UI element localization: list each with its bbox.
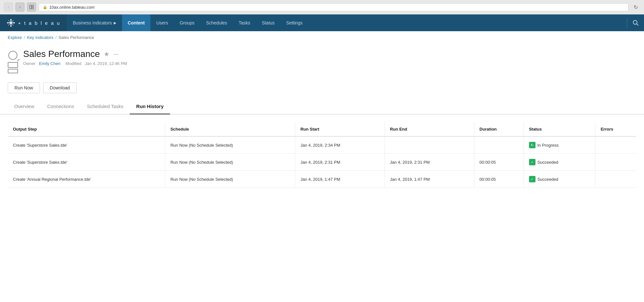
table-row: Create 'Annual Regional Performance.tde'… bbox=[8, 171, 636, 188]
svg-point-9 bbox=[10, 25, 12, 27]
browser-chrome: ‹ › 🔒 10ax.online.tableau.com ↻ bbox=[0, 0, 644, 14]
owner-name[interactable]: Emily Chen bbox=[39, 61, 60, 66]
svg-rect-2 bbox=[32, 7, 33, 9]
breadcrumb-sep-1: / bbox=[24, 35, 25, 40]
nav-item-schedules[interactable]: Schedules bbox=[200, 14, 233, 31]
tab-overview[interactable]: Overview bbox=[8, 100, 41, 114]
cell-errors bbox=[595, 136, 636, 154]
cell-output-step: Create 'Annual Regional Performance.tde' bbox=[8, 171, 165, 188]
svg-point-7 bbox=[10, 22, 12, 24]
download-button[interactable]: Download bbox=[43, 82, 77, 93]
table-header-row: Output Step Schedule Run Start Run End D… bbox=[8, 122, 636, 136]
status-badge: ↻ In Progress bbox=[529, 142, 590, 148]
cell-status: ↻ In Progress bbox=[524, 136, 595, 154]
svg-rect-0 bbox=[30, 5, 31, 9]
datasource-doc-2 bbox=[8, 69, 18, 73]
breadcrumb: Explore / Key Indicators / Sales Perform… bbox=[0, 31, 644, 44]
cell-errors bbox=[595, 171, 636, 188]
cell-status: ✓ Succeeded bbox=[524, 171, 595, 188]
more-options-icon[interactable]: ⋯ bbox=[113, 51, 119, 57]
tab-bar: Overview Connections Scheduled Tasks Run… bbox=[0, 100, 644, 114]
status-badge: ✓ Succeeded bbox=[529, 159, 590, 165]
datasource-search-circle bbox=[8, 51, 17, 60]
nav-item-groups[interactable]: Groups bbox=[174, 14, 200, 31]
datasource-icon bbox=[8, 51, 18, 73]
col-run-end: Run End bbox=[385, 122, 474, 136]
page-meta: Owner Emily Chen Modified Jan 4, 2019, 1… bbox=[23, 61, 636, 66]
run-history-section: Output Step Schedule Run Start Run End D… bbox=[0, 122, 644, 188]
status-icon-in-progress: ↻ bbox=[529, 142, 535, 148]
table-row: Create 'Superstore Sales.tde' Run Now (N… bbox=[8, 136, 636, 154]
cell-run-start: Jan 4, 2019, 1:47 PM bbox=[295, 171, 384, 188]
tab-scheduled-tasks[interactable]: Scheduled Tasks bbox=[80, 100, 130, 114]
logo-text: + t a b l e a u bbox=[18, 20, 61, 26]
nav-item-content[interactable]: Content bbox=[122, 14, 151, 31]
table-row: Create 'Superstore Sales.tde' Run Now (N… bbox=[8, 154, 636, 171]
cell-duration: 00:00:05 bbox=[474, 171, 524, 188]
status-icon-succeeded: ✓ bbox=[529, 159, 535, 165]
cell-output-step: Create 'Superstore Sales.tde' bbox=[8, 154, 165, 171]
cell-run-start: Jan 4, 2019, 2:31 PM bbox=[295, 154, 384, 171]
tab-connections[interactable]: Connections bbox=[41, 100, 80, 114]
search-button[interactable] bbox=[627, 14, 644, 31]
col-output-step: Output Step bbox=[8, 122, 165, 136]
status-badge: ✓ Succeeded bbox=[529, 176, 590, 182]
page-header: Sales Performance ★ ⋯ Owner Emily Chen M… bbox=[0, 44, 644, 80]
cell-schedule: Run Now (No Schedule Selected) bbox=[165, 154, 295, 171]
breadcrumb-current: Sales Performance bbox=[59, 35, 94, 40]
col-run-start: Run Start bbox=[295, 122, 384, 136]
svg-point-11 bbox=[14, 22, 15, 23]
modified-label: Modified bbox=[66, 61, 81, 66]
breadcrumb-key-indicators[interactable]: Key Indicators bbox=[27, 35, 53, 40]
cell-schedule: Run Now (No Schedule Selected) bbox=[165, 136, 295, 154]
cell-run-start: Jan 4, 2019, 2:34 PM bbox=[295, 136, 384, 154]
url-text: 10ax.online.tableau.com bbox=[49, 5, 95, 10]
back-button[interactable]: ‹ bbox=[4, 3, 13, 12]
nav-item-tasks[interactable]: Tasks bbox=[233, 14, 256, 31]
cell-errors bbox=[595, 154, 636, 171]
nav-item-status[interactable]: Status bbox=[256, 14, 280, 31]
svg-line-13 bbox=[637, 24, 638, 25]
reload-button[interactable]: ↻ bbox=[631, 3, 640, 12]
status-icon-succeeded: ✓ bbox=[529, 176, 535, 182]
cell-run-end bbox=[385, 136, 474, 154]
cell-duration bbox=[474, 136, 524, 154]
run-now-button[interactable]: Run Now bbox=[8, 82, 40, 93]
layout-button[interactable] bbox=[27, 3, 36, 12]
cell-duration: 00:00:05 bbox=[474, 154, 524, 171]
forward-button[interactable]: › bbox=[15, 3, 24, 12]
col-status: Status bbox=[524, 122, 595, 136]
nav-item-users[interactable]: Users bbox=[150, 14, 174, 31]
favorite-star-icon[interactable]: ★ bbox=[104, 50, 109, 58]
nav-item-business-indicators[interactable]: Business Indicators ▶ bbox=[67, 14, 122, 31]
cell-schedule: Run Now (No Schedule Selected) bbox=[165, 171, 295, 188]
page-title-section: Sales Performance ★ ⋯ Owner Emily Chen M… bbox=[23, 49, 636, 66]
status-text: Succeeded bbox=[537, 160, 558, 165]
dropdown-icon: ▶ bbox=[114, 21, 116, 25]
breadcrumb-sep-2: / bbox=[55, 35, 57, 40]
cell-status: ✓ Succeeded bbox=[524, 154, 595, 171]
col-schedule: Schedule bbox=[165, 122, 295, 136]
tableau-logo[interactable]: + t a b l e a u bbox=[0, 14, 67, 31]
action-buttons: Run Now Download bbox=[0, 80, 644, 100]
status-text: In Progress bbox=[537, 143, 559, 148]
owner-label: Owner bbox=[23, 61, 35, 66]
run-history-table: Output Step Schedule Run Start Run End D… bbox=[8, 122, 636, 188]
cell-run-end: Jan 4, 2019, 2:31 PM bbox=[385, 154, 474, 171]
nav-item-settings[interactable]: Settings bbox=[280, 14, 308, 31]
modified-date: Jan 4, 2019, 12:46 PM bbox=[85, 61, 127, 66]
cell-output-step: Create 'Superstore Sales.tde' bbox=[8, 136, 165, 154]
breadcrumb-explore[interactable]: Explore bbox=[8, 35, 22, 40]
svg-point-10 bbox=[7, 22, 8, 23]
tab-run-history[interactable]: Run History bbox=[130, 100, 170, 114]
page-title-row: Sales Performance ★ ⋯ bbox=[23, 49, 636, 59]
svg-rect-1 bbox=[32, 5, 33, 7]
status-text: Succeeded bbox=[537, 177, 558, 182]
svg-point-8 bbox=[10, 19, 12, 20]
nav-items: Business Indicators ▶ Content Users Grou… bbox=[67, 14, 627, 31]
url-bar[interactable]: 🔒 10ax.online.tableau.com bbox=[39, 3, 629, 11]
page-title: Sales Performance bbox=[23, 49, 100, 59]
lock-icon: 🔒 bbox=[43, 5, 47, 9]
col-duration: Duration bbox=[474, 122, 524, 136]
cell-run-end: Jan 4, 2019, 1:47 PM bbox=[385, 171, 474, 188]
